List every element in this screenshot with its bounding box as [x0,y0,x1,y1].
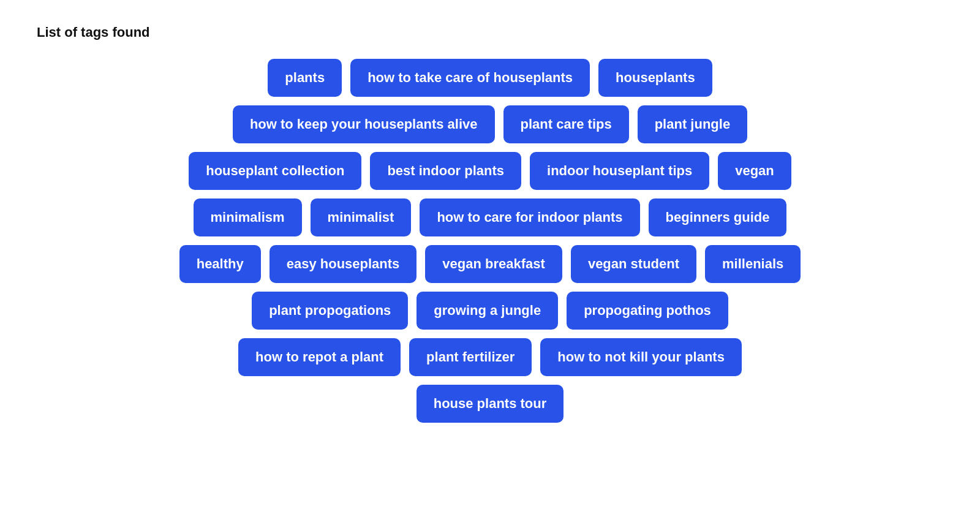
row-6: plant propogationsgrowing a junglepropog… [252,292,728,330]
tag-millenials[interactable]: millenials [705,245,801,283]
tag-how-to-take-care[interactable]: how to take care of houseplants [350,59,590,97]
tag-plant-fertilizer[interactable]: plant fertilizer [409,338,532,376]
tag-how-to-not-kill[interactable]: how to not kill your plants [540,338,742,376]
tag-minimalist[interactable]: minimalist [311,198,412,236]
tag-indoor-houseplant-tips[interactable]: indoor houseplant tips [530,152,709,190]
tag-how-to-care-indoor[interactable]: how to care for indoor plants [420,198,639,236]
row-2: how to keep your houseplants aliveplant … [233,105,747,143]
tag-houseplant-collection[interactable]: houseplant collection [189,152,361,190]
tag-vegan[interactable]: vegan [718,152,791,190]
row-1: plantshow to take care of houseplantshou… [268,59,712,97]
tag-vegan-breakfast[interactable]: vegan breakfast [425,245,562,283]
tag-easy-houseplants[interactable]: easy houseplants [270,245,417,283]
tag-vegan-student[interactable]: vegan student [571,245,696,283]
tags-container: plantshow to take care of houseplantshou… [37,59,943,423]
tag-plant-jungle[interactable]: plant jungle [638,105,747,143]
tag-plants[interactable]: plants [268,59,342,97]
tag-how-to-keep[interactable]: how to keep your houseplants alive [233,105,495,143]
tag-minimalism[interactable]: minimalism [194,198,302,236]
tag-growing-a-jungle[interactable]: growing a jungle [417,292,558,330]
tag-plant-propogations[interactable]: plant propogations [252,292,408,330]
tag-beginners-guide[interactable]: beginners guide [649,198,787,236]
row-4: minimalismminimalisthow to care for indo… [194,198,787,236]
tag-house-plants-tour[interactable]: house plants tour [417,385,564,423]
row-7: how to repot a plantplant fertilizerhow … [238,338,742,376]
tag-propogating-pothos[interactable]: propogating pothos [567,292,728,330]
row-3: houseplant collectionbest indoor plantsi… [189,152,791,190]
page-title: List of tags found [37,25,943,40]
tag-healthy[interactable]: healthy [179,245,261,283]
tag-plant-care-tips[interactable]: plant care tips [503,105,629,143]
tag-houseplants[interactable]: houseplants [598,59,712,97]
row-5: healthyeasy houseplantsvegan breakfastve… [179,245,801,283]
tag-how-to-repot[interactable]: how to repot a plant [238,338,401,376]
row-8: house plants tour [417,385,564,423]
tag-best-indoor-plants[interactable]: best indoor plants [370,152,521,190]
